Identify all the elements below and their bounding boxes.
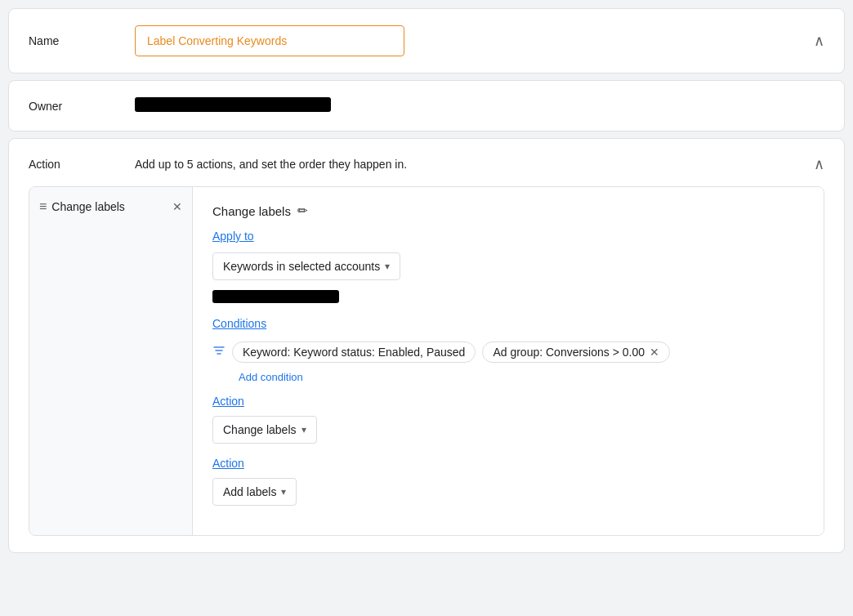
apply-to-dropdown-button[interactable]: Keywords in selected accounts ▾ — [212, 252, 400, 280]
action-description: Add up to 5 actions, and set the order t… — [135, 158, 814, 171]
close-icon: ✕ — [172, 200, 182, 213]
condition-chip-1: Keyword: Keyword status: Enabled, Paused — [232, 341, 476, 363]
change-labels-dropdown-wrapper: Change labels ▾ — [212, 416, 343, 444]
action-sidebar: ≡ Change labels ✕ — [29, 187, 193, 535]
conditions-row: Keyword: Keyword status: Enabled, Paused… — [212, 341, 804, 363]
action-label-2-link[interactable]: Action — [212, 457, 244, 470]
action-body: ≡ Change labels ✕ Change labels ✏ Apply … — [29, 186, 824, 536]
action-label-1-link[interactable]: Action — [212, 395, 244, 408]
owner-redacted-bar — [135, 97, 331, 112]
change-labels-title-text: Change labels — [212, 204, 291, 218]
condition-chip-2: Ad group: Conversions > 0.00 ✕ — [482, 341, 670, 363]
name-label: Name — [29, 34, 135, 47]
apply-to-dropdown-wrapper: Keywords in selected accounts ▾ — [212, 252, 409, 280]
name-card: Name ∧ — [8, 8, 845, 74]
condition-1-text: Keyword: Keyword status: Enabled, Paused — [243, 346, 465, 359]
owner-label: Owner — [29, 100, 135, 113]
name-chevron-icon[interactable]: ∧ — [814, 32, 824, 50]
remove-action-button[interactable]: ✕ — [172, 200, 182, 213]
change-labels-action-button[interactable]: Change labels ▾ — [212, 416, 317, 444]
remove-condition-2-button[interactable]: ✕ — [650, 346, 659, 358]
action-label: Action — [29, 158, 135, 171]
action-section-2: Action Add labels ▾ — [212, 457, 804, 506]
action-card: Action Add up to 5 actions, and set the … — [8, 138, 845, 553]
change-labels-action-text: Change labels — [223, 423, 297, 436]
add-condition-link[interactable]: Add condition — [239, 371, 804, 383]
edit-icon[interactable]: ✏ — [297, 203, 308, 218]
name-input[interactable] — [135, 25, 404, 56]
add-labels-action-text: Add labels — [223, 485, 276, 498]
action-header: Action Add up to 5 actions, and set the … — [29, 155, 824, 173]
apply-to-chevron-icon: ▾ — [385, 261, 390, 272]
action-chevron-icon[interactable]: ∧ — [814, 155, 824, 173]
apply-to-value: Keywords in selected accounts — [223, 260, 380, 273]
add-labels-dropdown-wrapper: Add labels ▾ — [212, 478, 343, 506]
condition-2-text: Ad group: Conversions > 0.00 — [493, 346, 645, 359]
action-detail-panel: Change labels ✏ Apply to Keywords in sel… — [193, 187, 824, 535]
change-labels-title-row: Change labels ✏ — [212, 203, 804, 218]
drag-icon: ≡ — [39, 200, 45, 213]
owner-card: Owner — [8, 80, 845, 132]
action-section-1: Action Change labels ▾ — [212, 395, 804, 444]
conditions-link[interactable]: Conditions — [212, 317, 266, 330]
apply-to-link[interactable]: Apply to — [212, 230, 254, 243]
filter-icon — [212, 344, 226, 360]
change-labels-chevron-icon: ▾ — [301, 424, 306, 435]
name-content — [135, 25, 814, 56]
add-labels-chevron-icon: ▾ — [281, 486, 286, 498]
owner-content — [135, 97, 824, 114]
redacted-owner-bar — [212, 290, 804, 317]
add-labels-action-button[interactable]: Add labels ▾ — [212, 478, 297, 506]
sidebar-change-labels-label: Change labels — [51, 200, 172, 213]
